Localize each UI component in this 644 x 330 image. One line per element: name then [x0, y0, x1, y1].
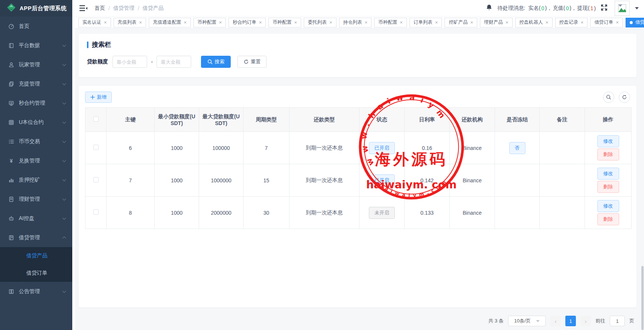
breadcrumb-home[interactable]: 首页 [94, 5, 105, 12]
delete-button[interactable]: 删除 [597, 148, 619, 160]
table-row: 7 1000 1000000 15 到期一次还本息 已开启 0.142 Bina… [85, 164, 632, 197]
col-id: 主键 [107, 108, 155, 132]
page-size-select[interactable]: 10条/页 [508, 316, 546, 326]
goto-page-input[interactable] [610, 316, 625, 326]
status-toggle-button[interactable]: 未开启 [369, 207, 395, 219]
add-button[interactable]: 新增 [85, 92, 112, 103]
sidebar-item-ai-control[interactable]: AI控盘 [0, 209, 72, 228]
tab-11[interactable]: 理财产品× [480, 18, 513, 28]
sidebar-menu: 首页 平台数据 玩家管理 充提管理 秒合约管理 [0, 17, 72, 301]
tab-4[interactable]: 秒合约订单× [228, 18, 266, 28]
close-icon[interactable]: × [104, 20, 107, 25]
scrollbar-thumb[interactable] [641, 266, 644, 330]
tab-8[interactable]: 币种配置× [374, 18, 407, 28]
sidebar-item-staking-mining[interactable]: 质押挖矿 [0, 170, 72, 189]
tab-2[interactable]: 充值通道配置× [149, 18, 191, 28]
max-amount-input[interactable] [157, 56, 191, 68]
frozen-toggle-button[interactable]: 否 [509, 142, 525, 154]
close-icon[interactable]: × [329, 20, 332, 25]
status-toggle-button[interactable]: 已开启 [369, 174, 395, 186]
sidebar-item-lending-products[interactable]: 借贷产品 [0, 247, 72, 264]
page-scrollbar[interactable] [641, 0, 644, 330]
col-min-amount: 最小贷款额度(USDT) [155, 108, 199, 132]
tab-13[interactable]: 控盘记录× [555, 18, 588, 28]
table-search-button[interactable] [603, 92, 614, 103]
sidebar-item-announcement[interactable]: 公告管理 [0, 282, 72, 301]
tab-14[interactable]: 借贷订单× [590, 18, 623, 28]
user-menu-caret-icon[interactable] [635, 7, 639, 9]
sidebar-item-platform-data[interactable]: 平台数据 [0, 36, 72, 55]
breadcrumb-lending[interactable]: 借贷管理 [113, 5, 134, 12]
tab-3[interactable]: 币种配置× [193, 18, 226, 28]
list-icon [8, 139, 14, 145]
tab-10[interactable]: 挖矿产品× [445, 18, 477, 28]
tab-6[interactable]: 委托列表× [304, 18, 336, 28]
sidebar-item-second-contract[interactable]: 秒合约管理 [0, 93, 72, 113]
tab-12[interactable]: 控盘机器人× [515, 18, 553, 28]
tab-7[interactable]: 持仓列表× [339, 18, 372, 28]
edit-button[interactable]: 修改 [597, 168, 619, 180]
search-button[interactable]: 搜索 [201, 56, 231, 68]
edit-button[interactable]: 修改 [597, 200, 619, 212]
row-checkbox[interactable] [93, 145, 99, 150]
sidebar-item-home[interactable]: 首页 [0, 17, 72, 36]
select-all-checkbox[interactable] [93, 116, 99, 122]
fullscreen-icon[interactable] [600, 4, 608, 13]
close-icon[interactable]: × [259, 20, 262, 25]
sidebar-item-lending[interactable]: 借贷管理 [0, 228, 72, 247]
col-frozen: 是否冻结 [495, 108, 540, 132]
tab-1[interactable]: 充值列表× [114, 18, 146, 28]
current-page-button[interactable]: 1 [565, 316, 576, 326]
sidebar-item-coin-trade[interactable]: 币币交易 [0, 132, 72, 151]
sidebar-item-player-management[interactable]: 玩家管理 [0, 55, 72, 74]
status-toggle-button[interactable]: 已开启 [369, 142, 395, 154]
close-icon[interactable]: × [581, 20, 584, 25]
sidebar-item-lending-orders[interactable]: 借贷订单 [0, 264, 72, 282]
collapse-menu-icon[interactable] [79, 5, 88, 12]
tab-0[interactable]: 实名认证× [78, 18, 111, 28]
goto-unit: 页 [629, 318, 634, 324]
ledger-icon [8, 235, 14, 241]
columns-icon [8, 289, 14, 295]
prev-page-button[interactable]: ‹ [550, 316, 561, 326]
reset-button[interactable]: 重置 [238, 56, 266, 68]
col-institution: 还款机构 [450, 108, 495, 132]
close-icon[interactable]: × [219, 20, 222, 25]
edit-button[interactable]: 修改 [597, 135, 619, 147]
tab-9[interactable]: 订单列表× [410, 18, 442, 28]
bell-icon[interactable] [486, 4, 492, 12]
sidebar-item-deposit-withdraw[interactable]: 充提管理 [0, 74, 72, 93]
refresh-icon [622, 95, 627, 100]
sidebar-item-exchange[interactable]: ¥ 兑换管理 [0, 151, 72, 170]
close-icon[interactable]: × [184, 20, 187, 25]
close-icon[interactable]: × [294, 20, 297, 25]
close-icon[interactable]: × [400, 20, 403, 25]
sidebar-item-wealth-management[interactable]: 理财管理 [0, 189, 72, 209]
row-checkbox[interactable] [93, 177, 99, 182]
close-icon[interactable]: × [616, 20, 619, 25]
close-icon[interactable]: × [505, 20, 509, 25]
toolbar-right [603, 92, 630, 103]
table-refresh-button[interactable] [619, 92, 630, 103]
table-row: 8 1000 2000000 30 到期一次还本息 未开启 0.133 Bina… [85, 197, 632, 229]
close-icon[interactable]: × [435, 20, 438, 25]
tab-5[interactable]: 币种配置× [268, 18, 301, 28]
close-icon[interactable]: × [470, 20, 473, 25]
avatar[interactable] [615, 1, 630, 16]
bar-chart-icon [8, 177, 14, 183]
delete-button[interactable]: 删除 [597, 181, 619, 193]
sidebar-item-u-contract[interactable]: U本位合约 [0, 113, 72, 132]
delete-button[interactable]: 删除 [597, 213, 619, 225]
copy-icon [8, 81, 14, 87]
close-icon[interactable]: × [365, 20, 368, 25]
min-amount-input[interactable] [113, 56, 147, 68]
row-checkbox[interactable] [93, 209, 99, 215]
sidebar-scrollbar[interactable] [72, 0, 75, 330]
col-max-amount: 最大贷款额度(USDT) [199, 108, 244, 132]
close-icon[interactable]: × [545, 20, 548, 25]
pagination: 共 3 条 10条/页 ‹ 1 › 前往 页 [79, 307, 636, 326]
recharge-count: 0 [566, 5, 569, 11]
pending-messages: 待处理消息: 实名(0)， 充值(0)， 提现(1) [498, 5, 596, 12]
close-icon[interactable]: × [139, 20, 142, 25]
next-page-button[interactable]: › [580, 316, 591, 326]
